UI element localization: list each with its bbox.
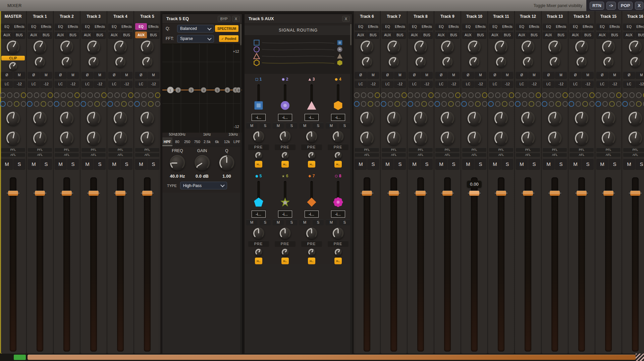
pad-minus12-button[interactable]: -12 (367, 81, 379, 87)
mute-big-button[interactable]: M (623, 159, 635, 169)
effects-toggle-button[interactable]: Effects (148, 23, 159, 30)
afl-button[interactable]: AFL (596, 153, 621, 157)
aux-send-slider[interactable] (272, 84, 298, 114)
send-trim-knob[interactable] (281, 249, 289, 256)
fader-track[interactable] (37, 177, 43, 352)
aux-level-knob[interactable] (387, 111, 401, 126)
volume-fader[interactable] (27, 172, 53, 354)
fader-handle[interactable] (8, 191, 18, 196)
mute-button[interactable]: M (367, 72, 379, 78)
send-solo-button[interactable]: S (339, 219, 350, 225)
aux-level-knob[interactable] (440, 111, 454, 126)
mute-button[interactable]: M (555, 72, 567, 78)
aux-level-knob[interactable] (548, 111, 562, 126)
aux-toggle-button[interactable]: AUX (82, 32, 93, 38)
monitor-level-knob[interactable] (494, 131, 508, 145)
mute-big-button[interactable]: M (28, 159, 40, 169)
volume-fader[interactable] (0, 172, 26, 354)
pad-minus12-button[interactable]: -12 (94, 81, 106, 87)
send-slider-handle[interactable] (280, 197, 290, 207)
send-mute-button[interactable]: M (246, 219, 257, 225)
bus-toggle-button[interactable]: BUS (367, 32, 379, 38)
aux-toggle-button[interactable]: AUX (596, 32, 608, 38)
gain-knob[interactable] (602, 40, 615, 54)
send-pan-knob[interactable] (279, 131, 291, 142)
fader-handle[interactable] (115, 191, 125, 196)
solo-big-button[interactable]: S (421, 159, 433, 169)
pan-knob[interactable] (523, 57, 533, 67)
send-slider-handle[interactable] (254, 100, 264, 110)
send-pre-button[interactable]: PRE (275, 144, 296, 150)
send-level-value[interactable]: -i... (305, 114, 319, 121)
fader-handle[interactable] (142, 191, 152, 196)
low-cut-button[interactable]: LC (28, 81, 40, 87)
volume-fader[interactable] (488, 172, 514, 354)
gain-knob[interactable] (87, 40, 100, 54)
pad-minus12-button[interactable]: -12 (528, 81, 540, 87)
pfl-button[interactable]: PFL (1, 148, 25, 152)
monitor-level-knob[interactable] (575, 131, 589, 145)
aux-panel-scrollbar[interactable] (350, 24, 352, 353)
pfl-button[interactable]: PFL (409, 148, 433, 152)
fader-handle[interactable] (523, 191, 533, 196)
pan-knob[interactable] (603, 57, 614, 67)
pfl-button[interactable]: PFL (82, 148, 106, 152)
fader-track[interactable] (551, 177, 558, 352)
eq-band-6k[interactable]: 6k (212, 137, 222, 146)
eq-toggle-button[interactable]: EQ (623, 23, 635, 30)
effects-toggle-button[interactable]: Effects (609, 23, 621, 30)
afl-button[interactable]: AFL (489, 153, 513, 157)
volume-fader[interactable] (569, 172, 595, 354)
afl-button[interactable]: AFL (108, 153, 132, 157)
send-mute-button[interactable]: M (273, 123, 284, 129)
pfl-button[interactable]: PFL (108, 148, 132, 152)
bus-toggle-button[interactable]: BUS (555, 32, 567, 38)
aux-toggle-button[interactable]: AUX (543, 32, 554, 38)
bus-toggle-button[interactable]: BUS (636, 32, 644, 38)
effects-toggle-button[interactable]: Effects (367, 23, 379, 30)
eq-node-1[interactable]: 1 (167, 87, 174, 94)
mute-big-button[interactable]: M (82, 159, 93, 169)
send-level-value[interactable]: -i... (278, 114, 292, 121)
mute-big-button[interactable]: M (462, 159, 474, 169)
pan-knob[interactable] (496, 57, 506, 67)
pan-knob[interactable] (469, 57, 480, 67)
eq-node-5[interactable]: 5 (215, 87, 220, 93)
fader-handle[interactable] (416, 191, 426, 196)
send-pre-button[interactable]: PRE (301, 241, 322, 247)
filter-type-dropdown[interactable]: High-Pass (180, 182, 227, 189)
mute-big-button[interactable]: M (382, 159, 393, 169)
volume-fader[interactable] (134, 172, 160, 354)
mute-big-button[interactable]: M (596, 159, 608, 169)
afl-button[interactable]: AFL (1, 153, 25, 157)
send-trim-knob[interactable] (255, 249, 262, 256)
phase-invert-button[interactable]: Ø (1, 72, 13, 78)
send-mute-button[interactable]: M (299, 219, 310, 225)
send-key-button[interactable]: H... (255, 161, 262, 168)
mute-big-button[interactable]: M (570, 159, 581, 169)
solo-big-button[interactable]: S (148, 159, 159, 169)
afl-button[interactable]: AFL (28, 153, 52, 157)
solo-big-button[interactable]: S (13, 159, 25, 169)
mute-big-button[interactable]: M (543, 159, 554, 169)
pop-out-button[interactable]: POP (618, 2, 633, 10)
fader-handle[interactable] (603, 191, 613, 196)
aux-send-slider[interactable] (298, 84, 325, 114)
monitor-level-knob[interactable] (6, 131, 20, 145)
phase-invert-button[interactable]: Ø (355, 72, 367, 78)
send-pan-knob[interactable] (306, 131, 317, 142)
aux-level-knob[interactable] (575, 111, 589, 126)
aux-toggle-button[interactable]: AUX (462, 32, 474, 38)
send-solo-button[interactable]: S (286, 123, 297, 129)
eq-q-knob[interactable] (219, 155, 234, 171)
aux-toggle-button[interactable]: AUX (623, 32, 635, 38)
afl-button[interactable]: AFL (382, 153, 406, 157)
monitor-level-knob[interactable] (601, 131, 615, 145)
fader-track[interactable] (117, 177, 124, 352)
pfl-button[interactable]: PFL (543, 148, 567, 152)
effects-toggle-button[interactable]: Effects (67, 23, 79, 30)
pad-minus12-button[interactable]: -12 (555, 81, 567, 87)
send-pre-button[interactable]: PRE (301, 144, 322, 150)
pfl-button[interactable]: PFL (135, 148, 159, 152)
mute-big-button[interactable]: M (489, 159, 501, 169)
